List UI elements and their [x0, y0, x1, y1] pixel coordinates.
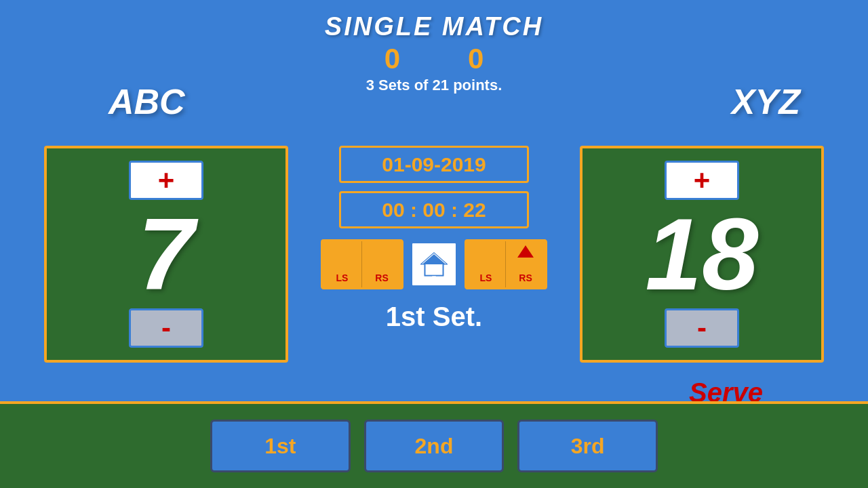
date-display: 01-09-2019: [382, 153, 486, 176]
left-rs-button[interactable]: RS: [362, 241, 401, 287]
set-scores-row: 0 0: [0, 43, 868, 75]
match-title: SINGLE MATCH: [0, 12, 868, 41]
left-ls-label: LS: [336, 272, 349, 283]
time-box: 00 : 00 : 22: [339, 191, 529, 228]
time-display: 00 : 00 : 22: [382, 199, 486, 222]
date-box: 01-09-2019: [339, 146, 529, 183]
right-rs-button[interactable]: RS: [506, 241, 545, 287]
header: SINGLE MATCH 0 0 3 Sets of 21 points.: [0, 0, 868, 94]
left-score-number: 7: [138, 203, 194, 305]
left-ls-button[interactable]: LS: [323, 241, 362, 287]
right-plus-button[interactable]: +: [665, 161, 739, 200]
set-score-left: 0: [384, 43, 400, 75]
controls-row: LS RS LS RS: [321, 239, 547, 289]
home-button[interactable]: [410, 241, 458, 287]
tab-2nd-label: 2nd: [415, 434, 454, 459]
serve-arrow-icon: [517, 245, 534, 258]
tab-3rd-label: 3rd: [571, 434, 605, 459]
tab-2nd[interactable]: 2nd: [364, 420, 505, 472]
plus-icon-right: +: [694, 166, 711, 195]
left-minus-button[interactable]: -: [129, 308, 203, 348]
minus-icon-left: -: [161, 314, 171, 342]
set-label: 1st Set.: [386, 302, 482, 332]
left-ls-rs-group: LS RS: [321, 239, 403, 289]
home-icon: [420, 252, 448, 277]
left-plus-button[interactable]: +: [129, 161, 203, 200]
right-rs-label: RS: [519, 272, 532, 283]
tab-1st-label: 1st: [264, 434, 296, 459]
right-minus-button[interactable]: -: [665, 308, 739, 348]
center-panel: 01-09-2019 00 : 00 : 22 LS RS: [319, 146, 549, 332]
score-panel-left: + 7 -: [44, 146, 288, 363]
right-ls-label: LS: [480, 272, 492, 283]
minus-icon-right: -: [697, 314, 707, 342]
left-rs-label: RS: [375, 272, 388, 283]
right-ls-button[interactable]: LS: [467, 241, 506, 287]
score-panel-right: + 18 -: [580, 146, 824, 363]
team-right-name: XYZ: [732, 81, 800, 122]
tab-1st[interactable]: 1st: [210, 420, 351, 472]
team-left-name: ABC: [108, 81, 185, 122]
bottom-bar: 1st 2nd 3rd: [0, 401, 868, 488]
right-score-number: 18: [646, 203, 759, 305]
svg-rect-3: [425, 264, 443, 275]
tab-3rd[interactable]: 3rd: [517, 420, 658, 472]
right-ls-rs-group: LS RS: [465, 239, 547, 289]
set-score-right: 0: [468, 43, 484, 75]
plus-icon-left: +: [158, 166, 175, 195]
